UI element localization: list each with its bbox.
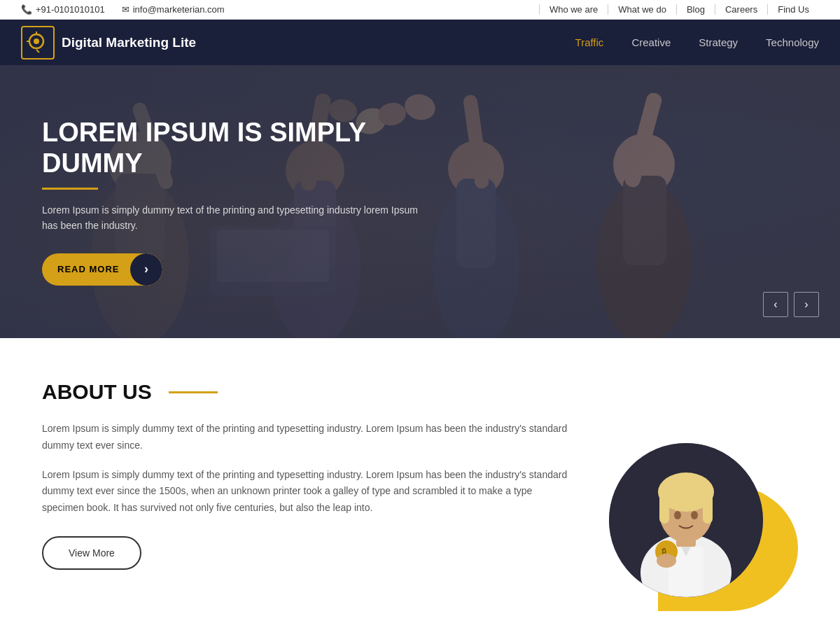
svg-point-36 [674, 511, 681, 519]
top-bar: 📞 +91-0101010101 ✉ info@marketerian.com … [0, 0, 840, 20]
email-icon: ✉ [122, 4, 130, 15]
topnav-what-we-do[interactable]: What we do [608, 4, 677, 15]
topnav-find-us[interactable]: Find Us [768, 4, 819, 15]
topnav-careers[interactable]: Careers [715, 4, 768, 15]
about-section: ABOUT US Lorem Ipsum is simply dummy tex… [0, 338, 840, 630]
svg-point-1 [34, 38, 39, 44]
about-para-1: Lorem Ipsum is simply dummy text of the … [42, 421, 574, 454]
about-image-area: ₿ [602, 387, 798, 611]
phone-contact: 📞 +91-0101010101 [21, 4, 105, 15]
nav-traffic[interactable]: Traffic [575, 36, 604, 48]
hero-next-button[interactable]: › [794, 292, 819, 317]
svg-rect-34 [659, 492, 669, 524]
topnav-who-we-are[interactable]: Who we are [539, 4, 608, 15]
email-address: info@marketerian.com [133, 4, 225, 15]
hero-section: LOREM IPSUM IS SIMPLY DUMMY Lorem Ipsum … [0, 65, 840, 338]
svg-line-3 [36, 50, 39, 52]
svg-point-37 [691, 511, 698, 519]
logo-text: Digital Marketing Lite [62, 35, 196, 50]
hero-cta-button[interactable]: READ MORE › [42, 253, 162, 286]
nav-technology[interactable]: Technology [766, 36, 819, 48]
nav-strategy[interactable]: Strategy [699, 36, 738, 48]
about-title-text: ABOUT US [42, 380, 152, 404]
hero-content: LOREM IPSUM IS SIMPLY DUMMY Lorem Ipsum … [0, 118, 462, 285]
topnav-blog[interactable]: Blog [677, 4, 715, 15]
logo-link[interactable]: Digital Marketing Lite [21, 26, 196, 59]
nav-creative[interactable]: Creative [631, 36, 671, 48]
about-person-svg: ₿ [609, 443, 763, 597]
hero-cta-label: READ MORE [57, 264, 130, 274]
top-bar-nav: Who we are What we do Blog Careers Find … [539, 4, 819, 15]
logo-icon [21, 26, 55, 59]
main-nav-links: Traffic Creative Strategy Technology [575, 36, 819, 48]
hero-nav-arrows: ‹ › [763, 292, 819, 317]
about-content: ABOUT US Lorem Ipsum is simply dummy tex… [42, 380, 574, 570]
main-nav: Digital Marketing Lite Traffic Creative … [0, 20, 840, 65]
hero-title: LOREM IPSUM IS SIMPLY DUMMY [42, 118, 420, 178]
hero-cta-arrow-icon: › [130, 253, 162, 286]
svg-point-42 [657, 554, 676, 568]
email-contact: ✉ info@marketerian.com [122, 4, 225, 15]
phone-number: +91-0101010101 [36, 4, 105, 15]
about-person-circle: ₿ [609, 443, 763, 597]
hero-prev-button[interactable]: ‹ [763, 292, 788, 317]
phone-icon: 📞 [21, 4, 32, 15]
hero-title-underline [42, 188, 98, 190]
top-bar-contacts: 📞 +91-0101010101 ✉ info@marketerian.com [21, 4, 225, 15]
about-view-more-button[interactable]: View More [42, 536, 141, 570]
logo-svg [27, 31, 49, 54]
about-title-line [169, 391, 218, 393]
svg-rect-35 [703, 492, 713, 524]
hero-subtitle: Lorem Ipsum is simply dummy text of the … [42, 202, 420, 234]
about-para-2: Lorem Ipsum is simply dummy text of the … [42, 467, 574, 517]
about-title: ABOUT US [42, 380, 574, 404]
